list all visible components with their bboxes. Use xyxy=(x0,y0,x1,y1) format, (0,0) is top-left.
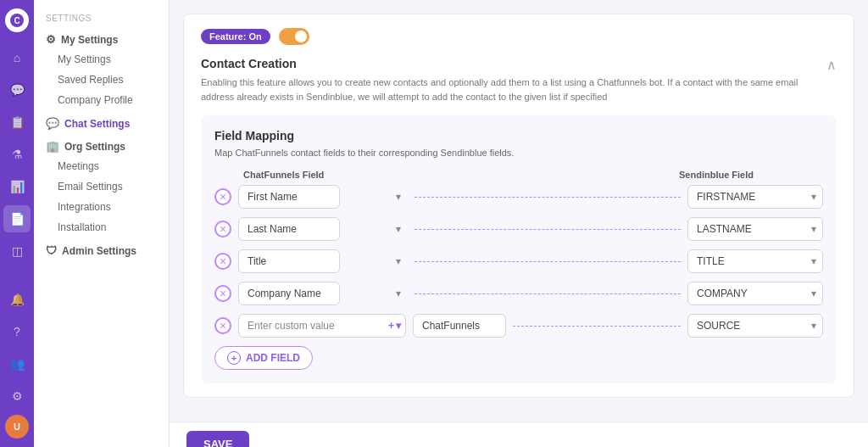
chatfunnels-select-0[interactable]: First Name Last Name Title Company Name xyxy=(238,185,340,209)
sendinblue-select-0[interactable]: FIRSTNAME LASTNAME TITLE COMPANY xyxy=(687,185,823,209)
sendinblue-select-1[interactable]: LASTNAME FIRSTNAME TITLE COMPANY xyxy=(687,217,823,241)
sidebar-group-org-settings[interactable]: 🏢 Org Settings xyxy=(34,133,169,156)
admin-settings-icon: 🛡 xyxy=(46,244,57,257)
chat-settings-icon: 💬 xyxy=(46,117,59,130)
chatfunnels-select-1[interactable]: Last Name First Name Title Company Name xyxy=(238,217,340,241)
save-button[interactable]: SAVE xyxy=(186,431,249,447)
sidebar-item-my-settings[interactable]: My Settings xyxy=(34,49,169,70)
main-content: Feature: On Contact Creation Enabling th… xyxy=(170,0,868,447)
add-field-circle-icon: + xyxy=(227,351,241,365)
mapping-row-1: × Last Name First Name Title Company Nam… xyxy=(214,217,823,241)
mapping-row-0: × First Name Last Name Title Company Nam… xyxy=(214,185,823,209)
remove-row-3-btn[interactable]: × xyxy=(214,285,231,302)
sidebar-group-my-settings[interactable]: ⚙ My Settings xyxy=(34,26,169,49)
user-avatar[interactable]: U xyxy=(5,415,29,439)
field-mapping-title: Field Mapping xyxy=(214,129,823,142)
mapping-header: ChatFunnels Field Sendinblue Field xyxy=(214,170,823,185)
nav-barchart-icon[interactable]: 📊 xyxy=(3,173,31,200)
custom-value-wrapper: Enter custom value + ▾ xyxy=(238,314,406,338)
sendinblue-select-custom[interactable]: SOURCE FIRSTNAME LASTNAME TITLE xyxy=(687,314,823,338)
save-bar: SAVE xyxy=(170,422,868,447)
dotted-line-custom xyxy=(513,326,681,327)
sidebar-group-admin-settings[interactable]: 🛡 Admin Settings xyxy=(34,237,169,260)
nav-help-icon[interactable]: ? xyxy=(3,318,31,345)
sidebar-item-email-settings[interactable]: Email Settings xyxy=(34,176,169,197)
add-field-button[interactable]: + ADD FIELD xyxy=(214,346,313,370)
remove-row-0-btn[interactable]: × xyxy=(214,188,231,205)
contact-creation-description: Enabling this feature allows you to crea… xyxy=(201,75,826,103)
remove-row-1-btn[interactable]: × xyxy=(214,221,231,237)
sidebar: Settings ⚙ My Settings My Settings Saved… xyxy=(34,0,170,447)
sendinblue-select-wrapper-custom: SOURCE FIRSTNAME LASTNAME TITLE xyxy=(687,314,823,338)
plus-icon: + xyxy=(388,320,394,332)
sendinblue-select-wrapper-0: FIRSTNAME LASTNAME TITLE COMPANY xyxy=(687,185,823,209)
contact-creation-header: Contact Creation Enabling this feature a… xyxy=(201,57,837,103)
app-logo: C xyxy=(5,8,29,32)
custom-value-input[interactable]: ChatFunnels xyxy=(413,314,506,338)
feature-toggle[interactable] xyxy=(279,28,309,45)
sidebar-group-my-settings-label: My Settings xyxy=(61,34,118,46)
svg-text:C: C xyxy=(14,16,19,25)
sidebar-item-saved-replies[interactable]: Saved Replies xyxy=(34,70,169,90)
sidebar-group-admin-settings-label: Admin Settings xyxy=(62,245,136,257)
chatfunnels-select-wrapper-0: First Name Last Name Title Company Name xyxy=(238,185,408,209)
caret-icon: ▾ xyxy=(396,320,401,332)
org-settings-icon: 🏢 xyxy=(46,140,59,153)
nav-layers-icon[interactable]: ◫ xyxy=(3,237,31,265)
chatfunnels-col-header: ChatFunnels Field xyxy=(243,170,461,180)
custom-value-select[interactable]: Enter custom value xyxy=(238,314,406,338)
chatfunnels-select-wrapper-2: Title First Name Last Name Company Name xyxy=(238,249,408,273)
field-mapping-section: Field Mapping Map ChatFunnels contact fi… xyxy=(201,115,837,383)
sidebar-item-meetings[interactable]: Meetings xyxy=(34,156,169,176)
collapse-icon[interactable]: ∧ xyxy=(826,57,837,73)
remove-row-2-btn[interactable]: × xyxy=(214,253,231,270)
sendinblue-select-3[interactable]: COMPANY FIRSTNAME LASTNAME TITLE xyxy=(687,282,823,305)
sidebar-item-company-profile[interactable]: Company Profile xyxy=(34,90,169,110)
sidebar-group-chat-settings[interactable]: 💬 Chat Settings xyxy=(34,110,169,133)
nav-bell-icon[interactable]: 🔔 xyxy=(3,286,31,313)
my-settings-icon: ⚙ xyxy=(46,33,56,46)
contact-creation-title: Contact Creation xyxy=(201,57,826,70)
sendinblue-col-header: Sendinblue Field xyxy=(679,170,823,180)
custom-value-actions: + ▾ xyxy=(388,320,401,332)
chatfunnels-select-2[interactable]: Title First Name Last Name Company Name xyxy=(238,249,340,273)
dotted-line-3 xyxy=(415,293,681,294)
mapping-row-custom: × Enter custom value + ▾ ChatFunnels xyxy=(214,314,823,338)
feature-badge: Feature: On xyxy=(201,29,270,44)
add-field-label: ADD FIELD xyxy=(246,352,300,364)
nav-chat-icon[interactable]: 💬 xyxy=(3,76,31,103)
settings-label: Settings xyxy=(34,8,169,26)
mapping-row-2: × Title First Name Last Name Company Nam… xyxy=(214,249,823,273)
sidebar-group-chat-settings-label: Chat Settings xyxy=(64,118,130,130)
field-mapping-desc: Map ChatFunnels contact fields to their … xyxy=(214,148,823,158)
contact-creation-card: Feature: On Contact Creation Enabling th… xyxy=(183,14,854,398)
sendinblue-select-2[interactable]: TITLE FIRSTNAME LASTNAME COMPANY xyxy=(687,249,823,273)
chatfunnels-select-wrapper-1: Last Name First Name Title Company Name xyxy=(238,217,408,241)
dotted-line-0 xyxy=(415,197,681,198)
sidebar-group-org-settings-label: Org Settings xyxy=(64,141,125,153)
icon-bar: C ⌂ 💬 📋 ⚗ 📊 📄 ◫ 🔔 ? 👥 ⚙ U xyxy=(0,0,34,447)
nav-file-icon[interactable]: 📄 xyxy=(3,205,31,232)
dotted-line-2 xyxy=(415,261,681,262)
sidebar-item-installation[interactable]: Installation xyxy=(34,217,169,237)
chatfunnels-select-3[interactable]: Company Name First Name Last Name Title xyxy=(238,282,340,305)
sidebar-item-integrations[interactable]: Integrations xyxy=(34,197,169,217)
feature-toggle-row: Feature: On xyxy=(201,28,837,45)
sendinblue-select-wrapper-3: COMPANY FIRSTNAME LASTNAME TITLE xyxy=(687,282,823,305)
chatfunnels-select-wrapper-3: Company Name First Name Last Name Title xyxy=(238,282,408,305)
sendinblue-select-wrapper-2: TITLE FIRSTNAME LASTNAME COMPANY xyxy=(687,249,823,273)
remove-row-custom-btn[interactable]: × xyxy=(214,317,231,334)
nav-users-icon[interactable]: 👥 xyxy=(3,350,31,377)
nav-flask-icon[interactable]: ⚗ xyxy=(3,141,31,168)
nav-home-icon[interactable]: ⌂ xyxy=(3,44,31,71)
mapping-row-3: × Company Name First Name Last Name Titl… xyxy=(214,282,823,305)
sendinblue-select-wrapper-1: LASTNAME FIRSTNAME TITLE COMPANY xyxy=(687,217,823,241)
dotted-line-1 xyxy=(415,229,681,230)
nav-briefcase-icon[interactable]: 📋 xyxy=(3,109,31,136)
nav-gear-icon[interactable]: ⚙ xyxy=(3,383,31,410)
